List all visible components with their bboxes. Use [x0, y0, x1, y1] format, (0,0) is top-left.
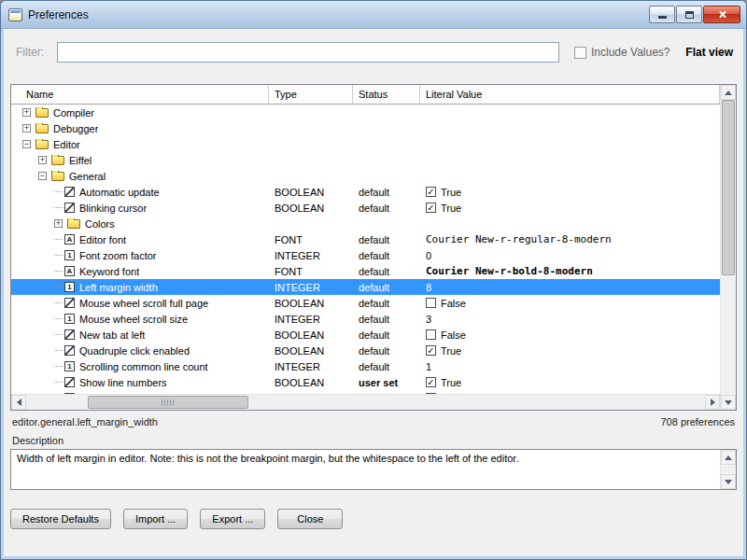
table-row[interactable]: 1Scrolling common line countINTEGERdefau…	[11, 358, 720, 374]
expand-icon[interactable]: +	[38, 156, 47, 164]
description-scrollbar[interactable]	[720, 450, 736, 489]
pref-type: INTEGER	[269, 314, 353, 325]
vertical-scrollbar-track[interactable]	[721, 100, 736, 395]
export-button[interactable]: Export ...	[200, 509, 265, 529]
column-header-name[interactable]: Name	[11, 85, 269, 104]
scroll-up-arrow-icon[interactable]	[721, 85, 736, 100]
pref-name-cell: 1Mouse wheel scroll size	[11, 314, 269, 325]
pref-int-icon: 1	[64, 250, 75, 260]
pref-status: default	[353, 329, 420, 341]
close-window-button[interactable]	[703, 6, 740, 23]
titlebar[interactable]: Preferences	[1, 1, 746, 29]
table-row[interactable]: 1Left margin widthINTEGERdefault8	[11, 279, 720, 295]
import-button[interactable]: Import ...	[123, 509, 188, 529]
checkbox-checked-icon[interactable]: ✓	[426, 345, 436, 356]
scroll-left-arrow-icon[interactable]	[11, 395, 26, 410]
pref-name: Show line numbers	[79, 377, 167, 388]
tree-connector	[54, 334, 63, 335]
column-header-type[interactable]: Type	[269, 85, 353, 104]
tree-main: Name Type Status Literal Value +Compiler…	[11, 85, 720, 410]
checkbox-checked-icon[interactable]: ✓	[426, 203, 436, 213]
filter-bar: Filter: Include Values? Flat view	[16, 41, 733, 63]
table-row[interactable]: Mouse wheel scroll full pageBOOLEANdefau…	[11, 295, 720, 311]
horizontal-scrollbar[interactable]	[11, 394, 720, 410]
table-row[interactable]: Show line numbersBOOLEANuser set✓True	[11, 374, 720, 390]
filter-input[interactable]	[57, 42, 559, 63]
table-row[interactable]: +Debugger	[11, 120, 720, 136]
description-scroll-up-icon[interactable]	[721, 450, 736, 465]
pref-value-cell: ✓True	[420, 187, 720, 198]
minimize-icon	[658, 16, 667, 19]
horizontal-scrollbar-track[interactable]	[26, 395, 705, 410]
pref-value-cell: ✓True	[420, 203, 720, 214]
scroll-down-arrow-icon[interactable]	[721, 395, 736, 410]
pref-bool-icon	[64, 298, 75, 308]
pref-value-text: Courier New-r-bold-8-modern	[426, 265, 593, 277]
expand-icon[interactable]: +	[22, 124, 31, 133]
table-row[interactable]: −Editor	[11, 136, 720, 152]
restore-defaults-button[interactable]: Restore Defaults	[10, 509, 111, 529]
expand-icon[interactable]: +	[22, 108, 31, 117]
action-buttons: Restore Defaults Import ... Export ... C…	[10, 509, 737, 529]
table-row[interactable]: 1Mouse wheel scroll sizeINTEGERdefault3	[11, 311, 720, 327]
vertical-scrollbar-thumb[interactable]	[722, 100, 735, 275]
status-bar: editor.general.left_margin_width 708 pre…	[1, 411, 746, 429]
pref-name-cell: +Colors	[11, 218, 269, 230]
expand-icon[interactable]: +	[54, 219, 63, 228]
description-scroll-down-icon[interactable]	[721, 474, 736, 489]
scroll-right-arrow-icon[interactable]	[705, 395, 720, 410]
checkbox-checked-icon[interactable]: ✓	[426, 187, 436, 197]
table-row[interactable]: −General	[11, 168, 720, 184]
collapse-icon[interactable]: −	[38, 172, 47, 180]
pref-name: Editor font	[79, 234, 126, 245]
table-row[interactable]: New tab at leftBOOLEANdefaultFalse	[11, 327, 720, 343]
pref-name: Mouse wheel scroll size	[79, 314, 188, 325]
folder-icon	[35, 124, 49, 133]
pref-value-label: False	[441, 298, 466, 309]
table-row[interactable]: 1Font zoom factorINTEGERdefault0	[11, 247, 720, 263]
checkbox-unchecked-icon[interactable]	[426, 329, 436, 340]
pref-name-cell: Show line numbers	[11, 377, 269, 388]
maximize-button[interactable]	[676, 6, 702, 23]
collapse-icon[interactable]: −	[22, 140, 31, 148]
table-row[interactable]: +Colors	[11, 216, 720, 231]
preferences-window: Preferences Filter: Include Values? Flat…	[0, 0, 747, 560]
table-row[interactable]: Quadruple click enabledBOOLEANdefault✓Tr…	[11, 343, 720, 358]
include-values-label: Include Values?	[591, 46, 670, 59]
table-row[interactable]: AKeyword fontFONTdefaultCourier New-r-bo…	[11, 263, 720, 279]
column-header-status[interactable]: Status	[353, 85, 420, 104]
pref-bool-icon	[64, 187, 75, 197]
table-row[interactable]: +Compiler	[11, 105, 720, 120]
pref-name: Automatic update	[79, 187, 160, 198]
horizontal-scrollbar-thumb[interactable]	[88, 396, 248, 409]
tree-connector	[54, 207, 63, 208]
pref-value-cell: False	[420, 329, 720, 341]
table-row[interactable]: +Eiffel	[11, 152, 720, 168]
tree-connector	[54, 366, 63, 367]
pref-value-cell: 8	[420, 282, 720, 293]
pref-value-cell: 3	[420, 314, 720, 325]
pref-status: default	[353, 250, 420, 261]
pref-name-cell: New tab at left	[11, 329, 269, 341]
checkbox-checked-icon[interactable]: ✓	[426, 377, 436, 387]
flat-view-toggle[interactable]: Flat view	[685, 46, 733, 59]
filter-label: Filter:	[16, 46, 57, 59]
pref-type: BOOLEAN	[269, 345, 353, 357]
table-row[interactable]: Automatic updateBOOLEANdefault✓True	[11, 184, 720, 200]
pref-status: default	[353, 361, 420, 372]
maximize-icon	[685, 11, 694, 19]
include-values-checkbox[interactable]	[574, 47, 586, 59]
column-header-literal-value[interactable]: Literal Value	[420, 85, 720, 104]
checkbox-unchecked-icon[interactable]	[426, 298, 436, 308]
pref-name-cell: +Eiffel	[11, 155, 269, 166]
pref-name-cell: 1Font zoom factor	[11, 250, 269, 261]
pref-type: INTEGER	[269, 282, 353, 293]
table-row[interactable]: Blinking cursorBOOLEANdefault✓True	[11, 200, 720, 216]
tree-rows: +Compiler+Debugger−Editor+Eiffel−General…	[11, 105, 720, 394]
table-row[interactable]: AEditor fontFONTdefaultCourier New-r-reg…	[11, 231, 720, 247]
pref-value-text: 0	[426, 250, 431, 261]
close-button[interactable]: Close	[277, 509, 343, 529]
minimize-button[interactable]	[649, 6, 675, 23]
folder-icon	[51, 156, 64, 165]
vertical-scrollbar[interactable]	[720, 85, 736, 410]
